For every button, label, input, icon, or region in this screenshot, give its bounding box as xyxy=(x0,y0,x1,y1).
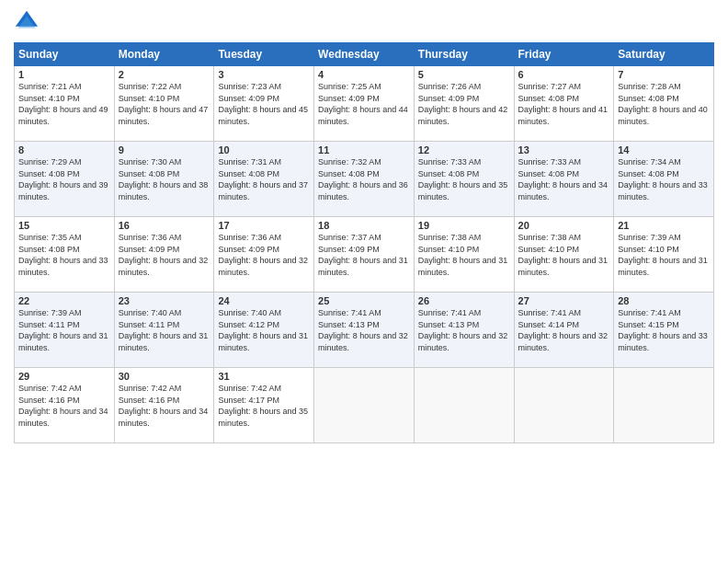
day-info: Sunrise: 7:32 AM Sunset: 4:08 PM Dayligh… xyxy=(318,156,410,202)
weekday-header-thursday: Thursday xyxy=(414,43,514,66)
day-info: Sunrise: 7:22 AM Sunset: 4:10 PM Dayligh… xyxy=(119,81,210,127)
weekday-header-row: SundayMondayTuesdayWednesdayThursdayFrid… xyxy=(15,43,714,66)
day-cell: 15 Sunrise: 7:35 AM Sunset: 4:08 PM Dayl… xyxy=(15,217,115,293)
day-cell xyxy=(414,368,514,443)
calendar-page: SundayMondayTuesdayWednesdayThursdayFrid… xyxy=(0,0,728,563)
day-info: Sunrise: 7:41 AM Sunset: 4:15 PM Dayligh… xyxy=(618,307,710,353)
day-number: 16 xyxy=(119,220,210,231)
day-info: Sunrise: 7:41 AM Sunset: 4:13 PM Dayligh… xyxy=(418,307,510,353)
day-info: Sunrise: 7:38 AM Sunset: 4:10 PM Dayligh… xyxy=(418,232,510,278)
day-number: 8 xyxy=(18,144,110,155)
day-number: 2 xyxy=(119,69,210,80)
weekday-header-friday: Friday xyxy=(514,43,614,66)
day-info: Sunrise: 7:38 AM Sunset: 4:10 PM Dayligh… xyxy=(518,232,610,278)
day-info: Sunrise: 7:41 AM Sunset: 4:14 PM Dayligh… xyxy=(518,307,610,353)
day-number: 12 xyxy=(418,144,510,155)
logo xyxy=(14,9,43,35)
day-info: Sunrise: 7:28 AM Sunset: 4:08 PM Dayligh… xyxy=(618,81,710,127)
week-row-1: 1 Sunrise: 7:21 AM Sunset: 4:10 PM Dayli… xyxy=(15,66,714,142)
day-number: 14 xyxy=(618,144,710,155)
day-cell: 5 Sunrise: 7:26 AM Sunset: 4:09 PM Dayli… xyxy=(414,66,514,142)
day-cell: 14 Sunrise: 7:34 AM Sunset: 4:08 PM Dayl… xyxy=(614,142,714,217)
day-info: Sunrise: 7:41 AM Sunset: 4:13 PM Dayligh… xyxy=(318,307,410,353)
day-info: Sunrise: 7:33 AM Sunset: 4:08 PM Dayligh… xyxy=(518,156,610,202)
day-info: Sunrise: 7:42 AM Sunset: 4:16 PM Dayligh… xyxy=(119,383,210,429)
day-info: Sunrise: 7:34 AM Sunset: 4:08 PM Dayligh… xyxy=(618,156,710,202)
day-cell: 29 Sunrise: 7:42 AM Sunset: 4:16 PM Dayl… xyxy=(15,368,115,443)
week-row-3: 15 Sunrise: 7:35 AM Sunset: 4:08 PM Dayl… xyxy=(15,217,714,293)
day-number: 21 xyxy=(618,220,710,231)
day-cell: 16 Sunrise: 7:36 AM Sunset: 4:09 PM Dayl… xyxy=(114,217,214,293)
day-cell xyxy=(314,368,415,443)
day-number: 26 xyxy=(418,295,510,306)
day-cell: 8 Sunrise: 7:29 AM Sunset: 4:08 PM Dayli… xyxy=(15,142,115,217)
day-number: 9 xyxy=(119,144,210,155)
day-number: 25 xyxy=(318,295,410,306)
weekday-header-tuesday: Tuesday xyxy=(214,43,314,66)
header xyxy=(14,9,714,35)
week-row-2: 8 Sunrise: 7:29 AM Sunset: 4:08 PM Dayli… xyxy=(15,142,714,217)
logo-icon xyxy=(14,9,40,35)
day-number: 1 xyxy=(18,69,110,80)
day-info: Sunrise: 7:36 AM Sunset: 4:09 PM Dayligh… xyxy=(218,232,310,278)
day-cell: 12 Sunrise: 7:33 AM Sunset: 4:08 PM Dayl… xyxy=(414,142,514,217)
weekday-header-wednesday: Wednesday xyxy=(314,43,415,66)
day-cell: 9 Sunrise: 7:30 AM Sunset: 4:08 PM Dayli… xyxy=(114,142,214,217)
day-number: 4 xyxy=(318,69,410,80)
day-number: 18 xyxy=(318,220,410,231)
day-cell: 27 Sunrise: 7:41 AM Sunset: 4:14 PM Dayl… xyxy=(514,293,614,368)
day-info: Sunrise: 7:33 AM Sunset: 4:08 PM Dayligh… xyxy=(418,156,510,202)
day-cell: 6 Sunrise: 7:27 AM Sunset: 4:08 PM Dayli… xyxy=(514,66,614,142)
day-info: Sunrise: 7:37 AM Sunset: 4:09 PM Dayligh… xyxy=(318,232,410,278)
day-number: 13 xyxy=(518,144,610,155)
day-cell: 28 Sunrise: 7:41 AM Sunset: 4:15 PM Dayl… xyxy=(614,293,714,368)
day-number: 30 xyxy=(119,371,210,382)
day-number: 10 xyxy=(218,144,310,155)
day-info: Sunrise: 7:35 AM Sunset: 4:08 PM Dayligh… xyxy=(18,232,110,278)
day-cell: 18 Sunrise: 7:37 AM Sunset: 4:09 PM Dayl… xyxy=(314,217,415,293)
day-cell: 19 Sunrise: 7:38 AM Sunset: 4:10 PM Dayl… xyxy=(414,217,514,293)
day-info: Sunrise: 7:29 AM Sunset: 4:08 PM Dayligh… xyxy=(18,156,110,202)
day-number: 5 xyxy=(418,69,510,80)
day-info: Sunrise: 7:42 AM Sunset: 4:16 PM Dayligh… xyxy=(18,383,110,429)
day-cell: 10 Sunrise: 7:31 AM Sunset: 4:08 PM Dayl… xyxy=(214,142,314,217)
day-info: Sunrise: 7:25 AM Sunset: 4:09 PM Dayligh… xyxy=(318,81,410,127)
day-number: 19 xyxy=(418,220,510,231)
day-number: 6 xyxy=(518,69,610,80)
day-cell: 21 Sunrise: 7:39 AM Sunset: 4:10 PM Dayl… xyxy=(614,217,714,293)
day-info: Sunrise: 7:39 AM Sunset: 4:10 PM Dayligh… xyxy=(618,232,710,278)
day-cell: 13 Sunrise: 7:33 AM Sunset: 4:08 PM Dayl… xyxy=(514,142,614,217)
day-number: 24 xyxy=(218,295,310,306)
day-info: Sunrise: 7:40 AM Sunset: 4:11 PM Dayligh… xyxy=(119,307,210,353)
weekday-header-saturday: Saturday xyxy=(614,43,714,66)
day-info: Sunrise: 7:31 AM Sunset: 4:08 PM Dayligh… xyxy=(218,156,310,202)
day-info: Sunrise: 7:36 AM Sunset: 4:09 PM Dayligh… xyxy=(119,232,210,278)
day-info: Sunrise: 7:40 AM Sunset: 4:12 PM Dayligh… xyxy=(218,307,310,353)
day-cell: 7 Sunrise: 7:28 AM Sunset: 4:08 PM Dayli… xyxy=(614,66,714,142)
day-info: Sunrise: 7:39 AM Sunset: 4:11 PM Dayligh… xyxy=(18,307,110,353)
day-number: 3 xyxy=(218,69,310,80)
day-number: 28 xyxy=(618,295,710,306)
day-info: Sunrise: 7:27 AM Sunset: 4:08 PM Dayligh… xyxy=(518,81,610,127)
day-cell: 24 Sunrise: 7:40 AM Sunset: 4:12 PM Dayl… xyxy=(214,293,314,368)
day-cell: 23 Sunrise: 7:40 AM Sunset: 4:11 PM Dayl… xyxy=(114,293,214,368)
day-cell: 11 Sunrise: 7:32 AM Sunset: 4:08 PM Dayl… xyxy=(314,142,415,217)
day-cell: 31 Sunrise: 7:42 AM Sunset: 4:17 PM Dayl… xyxy=(214,368,314,443)
day-cell: 20 Sunrise: 7:38 AM Sunset: 4:10 PM Dayl… xyxy=(514,217,614,293)
day-cell: 1 Sunrise: 7:21 AM Sunset: 4:10 PM Dayli… xyxy=(15,66,115,142)
day-info: Sunrise: 7:26 AM Sunset: 4:09 PM Dayligh… xyxy=(418,81,510,127)
day-cell: 25 Sunrise: 7:41 AM Sunset: 4:13 PM Dayl… xyxy=(314,293,415,368)
day-number: 29 xyxy=(18,371,110,382)
day-number: 11 xyxy=(318,144,410,155)
day-cell: 26 Sunrise: 7:41 AM Sunset: 4:13 PM Dayl… xyxy=(414,293,514,368)
day-number: 15 xyxy=(18,220,110,231)
day-cell: 22 Sunrise: 7:39 AM Sunset: 4:11 PM Dayl… xyxy=(15,293,115,368)
day-info: Sunrise: 7:21 AM Sunset: 4:10 PM Dayligh… xyxy=(18,81,110,127)
day-cell: 30 Sunrise: 7:42 AM Sunset: 4:16 PM Dayl… xyxy=(114,368,214,443)
day-info: Sunrise: 7:23 AM Sunset: 4:09 PM Dayligh… xyxy=(218,81,310,127)
day-info: Sunrise: 7:30 AM Sunset: 4:08 PM Dayligh… xyxy=(119,156,210,202)
day-cell: 4 Sunrise: 7:25 AM Sunset: 4:09 PM Dayli… xyxy=(314,66,415,142)
day-number: 17 xyxy=(218,220,310,231)
day-number: 31 xyxy=(218,371,310,382)
day-cell: 3 Sunrise: 7:23 AM Sunset: 4:09 PM Dayli… xyxy=(214,66,314,142)
